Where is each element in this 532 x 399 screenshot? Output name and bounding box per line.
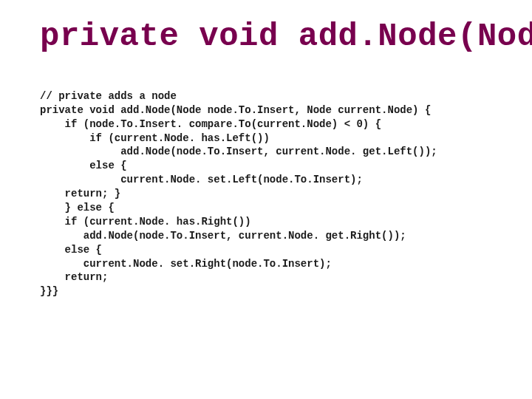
code-line: } else { (40, 202, 115, 214)
code-line: private void add.Node(Node node.To.Inser… (40, 104, 431, 116)
code-line: else { (40, 244, 102, 256)
code-block: // private adds a node private void add.… (40, 75, 502, 313)
code-line: else { (40, 160, 127, 171)
slide: private void add.Node(Node // private ad… (0, 0, 532, 399)
code-line: return; (40, 271, 108, 283)
code-line: if (current.Node. has.Left()) (40, 132, 270, 144)
code-line: // private adds a node (40, 90, 177, 102)
code-line: }}} (40, 285, 58, 297)
code-line: current.Node. set.Left(node.To.Insert); (40, 174, 363, 185)
code-line: current.Node. set.Right(node.To.Insert); (40, 258, 332, 270)
slide-title: private void add.Node(Node (40, 18, 502, 55)
code-line: add.Node(node.To.Insert, current.Node. g… (40, 146, 437, 157)
code-line: add.Node(node.To.Insert, current.Node. g… (40, 230, 406, 242)
code-line: if (node.To.Insert. compare.To(current.N… (40, 118, 381, 130)
code-line: return; } (40, 188, 120, 200)
code-line: if (current.Node. has.Right()) (40, 216, 251, 228)
